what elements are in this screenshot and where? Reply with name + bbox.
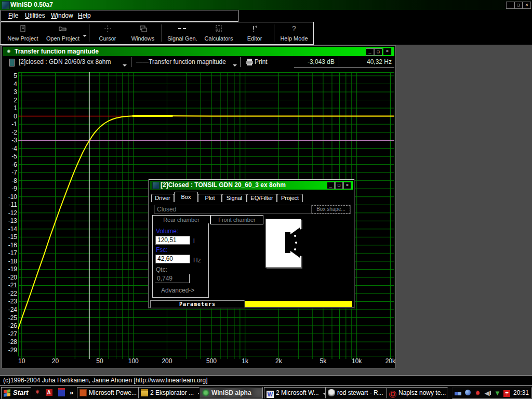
main-titlebar: WinISD 0.50a7 _ ❏ ×: [0, 0, 532, 10]
y-tick-label: -22: [4, 290, 17, 297]
clock: 20:31: [513, 389, 529, 396]
menu-help[interactable]: Help: [78, 12, 91, 19]
box-shape-button[interactable]: Box shape...: [312, 205, 350, 214]
toolbar-separator: [274, 24, 274, 42]
plot-type-combo-arrow[interactable]: [233, 61, 237, 68]
tab-eq-filter[interactable]: EQ/Filter: [247, 194, 277, 202]
taskbar-button-explorer[interactable]: 2 Eksplorator ...: [138, 387, 200, 398]
x-tick-label: 500: [200, 357, 223, 365]
tab-box[interactable]: Box: [174, 192, 198, 202]
project-combo-arrow[interactable]: [123, 61, 127, 68]
avira-icon[interactable]: ☂: [503, 389, 511, 397]
windows-logo-icon: [4, 389, 10, 396]
editor-button[interactable]: Editor: [237, 23, 272, 43]
opera-icon: O: [389, 391, 396, 398]
antivirus-sun-icon[interactable]: ✹: [474, 389, 482, 397]
print-button[interactable]: Print: [255, 58, 268, 65]
close-button[interactable]: ×: [523, 2, 531, 9]
network-icon[interactable]: [454, 389, 462, 397]
project-combo[interactable]: [2]closed : GDN 20/60/3 ex 8ohm: [19, 58, 111, 65]
system-tray: ✹ ◀ ▼ ☂ 20:31: [452, 387, 531, 399]
volume-label: Volume:: [156, 228, 178, 235]
dialog-minimize-button[interactable]: _: [327, 182, 335, 189]
project-icon: [152, 182, 159, 189]
calculators-button[interactable]: Calculators: [201, 23, 236, 43]
y-tick-label: 4: [4, 81, 17, 88]
menu-utilities[interactable]: Utilities: [25, 12, 45, 19]
taskbar-button-opera[interactable]: ONapisz nowy te...: [387, 387, 448, 398]
plot-close-button[interactable]: ×: [383, 48, 392, 56]
app-statusbar: (c)1996-2004 Juha Hartikainen, Janne Aho…: [0, 375, 532, 385]
new-project-button[interactable]: New Project: [4, 23, 42, 43]
menu-window[interactable]: Window: [51, 12, 73, 19]
tab-project[interactable]: Project: [277, 194, 303, 202]
x-tick-label: 10k: [345, 357, 368, 365]
volume-icon[interactable]: ◀: [484, 389, 491, 397]
quicklaunch-icon[interactable]: ✷: [33, 388, 42, 396]
y-tick-label: -3: [4, 137, 17, 144]
open-project-button[interactable]: Open Project: [43, 23, 83, 43]
windows-button[interactable]: Windows: [126, 23, 159, 43]
y-tick-label: -12: [4, 209, 17, 217]
tab-signal[interactable]: Signal: [222, 194, 247, 202]
y-tick-label: -4: [4, 145, 17, 152]
x-tick-label: 20k: [379, 357, 402, 365]
start-button[interactable]: Start: [1, 387, 31, 399]
frequency-readout: 40,32 Hz: [343, 58, 392, 65]
dialog-status-label: Parameters: [150, 300, 245, 308]
advanced-button[interactable]: Advanced->: [161, 287, 194, 294]
quicklaunch-icon[interactable]: [57, 388, 65, 396]
restore-button[interactable]: ❏: [514, 2, 523, 9]
minimize-button[interactable]: _: [506, 2, 514, 9]
plot-minimize-button[interactable]: _: [366, 48, 374, 56]
dialog-titlebar[interactable]: [2]Closed : TONSIL GDN 20_60_3 ex 8ohm _…: [150, 181, 353, 190]
y-tick-label: -5: [4, 153, 17, 160]
open-project-dropdown-arrow[interactable]: [83, 30, 87, 39]
winisd-icon: [202, 389, 209, 396]
taskbar-button-winisd[interactable]: WinISD alpha: [200, 387, 263, 398]
taskbar-button-powerpoint[interactable]: Microsoft Powe...: [77, 387, 138, 398]
y-tick-label: 3: [4, 88, 17, 96]
fsc-label: Fsc:: [156, 246, 168, 254]
dialog-restore-button[interactable]: ❏: [335, 182, 343, 189]
taskbar-button-word[interactable]: W2 Microsoft W...: [264, 387, 325, 398]
tab-plot[interactable]: Plot: [198, 194, 222, 202]
y-tick-label: 1: [4, 104, 17, 112]
print-icon: [245, 58, 254, 68]
signal-gen-button[interactable]: Signal Gen.: [165, 23, 200, 43]
y-tick-label: -17: [4, 249, 17, 257]
plot-restore-button[interactable]: ❏: [374, 48, 382, 56]
menubar: File Utilities Window Help: [0, 10, 532, 22]
help-mode-icon: ?: [277, 24, 311, 35]
tab-rear-chamber[interactable]: Rear chamber: [152, 215, 210, 224]
tab-front-chamber[interactable]: Front chamber: [210, 215, 263, 224]
x-tick-label: 20: [44, 357, 66, 365]
taskbar-button-player[interactable]: rod stewart - R...: [325, 387, 387, 398]
y-tick-label: -21: [4, 282, 17, 289]
dialog-close-button[interactable]: ×: [343, 182, 351, 189]
y-tick-label: -15: [4, 233, 17, 241]
quicklaunch-acrobat-icon[interactable]: A: [45, 388, 53, 396]
tab-driver[interactable]: Driver: [151, 194, 174, 202]
y-axis-labels: 543210-1-2-3-4-5-6-7-8-9-10-11-12-13-14-…: [3, 72, 18, 356]
y-tick-label: -23: [4, 298, 17, 305]
y-tick-label: 5: [4, 72, 17, 79]
updater-icon[interactable]: ▼: [494, 389, 501, 397]
y-tick-label: -27: [4, 330, 17, 338]
project-icon: [9, 59, 15, 66]
cursor-button[interactable]: Cursor: [91, 23, 124, 43]
fsc-unit: Hz: [193, 257, 201, 264]
quicklaunch-chevron[interactable]: »: [70, 389, 73, 396]
y-tick-label: 2: [4, 97, 17, 104]
plot-window-titlebar[interactable]: ✺ Transfer function magnitude _ ❏ ×: [3, 47, 394, 56]
help-mode-button[interactable]: ? Help Mode: [277, 23, 311, 43]
menu-file[interactable]: File: [8, 12, 18, 19]
y-tick-label: -16: [4, 242, 17, 249]
volume-field[interactable]: 120,51: [155, 236, 190, 245]
globe-icon[interactable]: [464, 389, 472, 397]
box-dialog: [2]Closed : TONSIL GDN 20_60_3 ex 8ohm _…: [149, 180, 354, 308]
plot-type-combo[interactable]: Transfer function magnitude: [149, 58, 226, 65]
box-type-combo[interactable]: Closed: [154, 205, 313, 214]
y-tick-label: -28: [4, 338, 17, 345]
fsc-field[interactable]: 42,60: [155, 255, 190, 263]
